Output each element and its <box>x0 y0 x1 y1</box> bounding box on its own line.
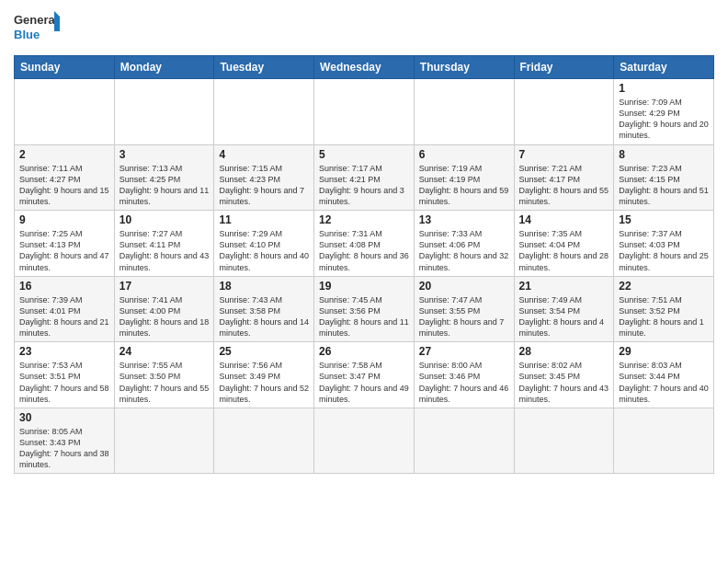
page: General Blue SundayMondayTuesdayWednesda… <box>0 0 728 563</box>
calendar-cell: 3Sunrise: 7:13 AM Sunset: 4:25 PM Daylig… <box>114 144 214 211</box>
calendar-cell <box>114 408 214 474</box>
day-number: 25 <box>219 345 309 358</box>
day-info: Sunrise: 7:21 AM Sunset: 4:17 PM Dayligh… <box>519 163 609 208</box>
day-number: 10 <box>119 213 210 226</box>
day-number: 12 <box>319 213 409 226</box>
calendar-cell: 2Sunrise: 7:11 AM Sunset: 4:27 PM Daylig… <box>15 144 115 211</box>
day-info: Sunrise: 7:53 AM Sunset: 3:51 PM Dayligh… <box>19 360 109 405</box>
calendar-cell: 29Sunrise: 8:03 AM Sunset: 3:44 PM Dayli… <box>614 342 714 408</box>
day-info: Sunrise: 8:02 AM Sunset: 3:45 PM Dayligh… <box>519 360 609 405</box>
header: General Blue <box>14 9 714 48</box>
day-info: Sunrise: 7:43 AM Sunset: 3:58 PM Dayligh… <box>219 294 309 339</box>
svg-rect-3 <box>54 17 60 31</box>
day-number: 7 <box>519 148 609 161</box>
day-number: 16 <box>19 280 109 293</box>
calendar-week-row: 2Sunrise: 7:11 AM Sunset: 4:27 PM Daylig… <box>15 144 714 211</box>
svg-text:General: General <box>14 13 58 27</box>
day-number: 27 <box>419 345 509 358</box>
weekday-header-wednesday: Wednesday <box>314 56 415 79</box>
day-info: Sunrise: 7:23 AM Sunset: 4:15 PM Dayligh… <box>619 163 709 208</box>
calendar-cell: 4Sunrise: 7:15 AM Sunset: 4:23 PM Daylig… <box>214 144 314 211</box>
weekday-header-sunday: Sunday <box>15 56 115 79</box>
calendar-cell: 11Sunrise: 7:29 AM Sunset: 4:10 PM Dayli… <box>214 211 314 277</box>
day-info: Sunrise: 7:55 AM Sunset: 3:50 PM Dayligh… <box>119 360 210 405</box>
day-info: Sunrise: 8:00 AM Sunset: 3:46 PM Dayligh… <box>419 360 509 405</box>
logo: General Blue <box>14 9 60 48</box>
svg-marker-2 <box>54 11 60 17</box>
day-number: 1 <box>619 82 709 95</box>
day-number: 24 <box>119 345 210 358</box>
day-number: 15 <box>619 213 709 226</box>
day-number: 28 <box>519 345 609 358</box>
weekday-header-thursday: Thursday <box>414 56 514 79</box>
day-number: 21 <box>519 280 609 293</box>
day-info: Sunrise: 7:56 AM Sunset: 3:49 PM Dayligh… <box>219 360 309 405</box>
logo-svg: General Blue <box>14 9 60 48</box>
calendar-cell: 18Sunrise: 7:43 AM Sunset: 3:58 PM Dayli… <box>214 276 314 342</box>
calendar-cell: 10Sunrise: 7:27 AM Sunset: 4:11 PM Dayli… <box>114 211 214 277</box>
day-info: Sunrise: 7:17 AM Sunset: 4:21 PM Dayligh… <box>319 163 409 208</box>
calendar-cell: 16Sunrise: 7:39 AM Sunset: 4:01 PM Dayli… <box>15 276 115 342</box>
day-info: Sunrise: 7:27 AM Sunset: 4:11 PM Dayligh… <box>119 228 210 273</box>
calendar-cell <box>15 79 115 145</box>
day-info: Sunrise: 7:15 AM Sunset: 4:23 PM Dayligh… <box>219 163 309 208</box>
calendar-cell: 14Sunrise: 7:35 AM Sunset: 4:04 PM Dayli… <box>514 211 614 277</box>
calendar-cell <box>314 408 415 474</box>
day-info: Sunrise: 7:13 AM Sunset: 4:25 PM Dayligh… <box>119 163 210 208</box>
calendar-week-row: 9Sunrise: 7:25 AM Sunset: 4:13 PM Daylig… <box>15 211 714 277</box>
calendar-cell: 15Sunrise: 7:37 AM Sunset: 4:03 PM Dayli… <box>614 211 714 277</box>
calendar-cell <box>614 408 714 474</box>
calendar-week-row: 16Sunrise: 7:39 AM Sunset: 4:01 PM Dayli… <box>15 276 714 342</box>
calendar-week-row: 30Sunrise: 8:05 AM Sunset: 3:43 PM Dayli… <box>15 408 714 474</box>
calendar-week-row: 23Sunrise: 7:53 AM Sunset: 3:51 PM Dayli… <box>15 342 714 408</box>
day-number: 8 <box>619 148 709 161</box>
day-number: 18 <box>219 280 309 293</box>
calendar-cell: 25Sunrise: 7:56 AM Sunset: 3:49 PM Dayli… <box>214 342 314 408</box>
day-info: Sunrise: 7:25 AM Sunset: 4:13 PM Dayligh… <box>19 228 109 273</box>
calendar-cell: 21Sunrise: 7:49 AM Sunset: 3:54 PM Dayli… <box>514 276 614 342</box>
day-info: Sunrise: 7:51 AM Sunset: 3:52 PM Dayligh… <box>619 294 709 339</box>
day-number: 26 <box>319 345 409 358</box>
calendar-cell <box>214 408 314 474</box>
day-number: 13 <box>419 213 509 226</box>
calendar-cell: 6Sunrise: 7:19 AM Sunset: 4:19 PM Daylig… <box>414 144 514 211</box>
svg-text:Blue: Blue <box>14 28 40 41</box>
calendar-cell: 19Sunrise: 7:45 AM Sunset: 3:56 PM Dayli… <box>314 276 415 342</box>
calendar-cell: 27Sunrise: 8:00 AM Sunset: 3:46 PM Dayli… <box>414 342 514 408</box>
calendar-cell: 26Sunrise: 7:58 AM Sunset: 3:47 PM Dayli… <box>314 342 415 408</box>
day-number: 29 <box>619 345 709 358</box>
day-info: Sunrise: 8:05 AM Sunset: 3:43 PM Dayligh… <box>19 426 109 471</box>
day-number: 2 <box>19 148 109 161</box>
day-info: Sunrise: 7:29 AM Sunset: 4:10 PM Dayligh… <box>219 228 309 273</box>
day-number: 17 <box>119 280 210 293</box>
day-number: 30 <box>19 411 109 424</box>
calendar-cell <box>414 408 514 474</box>
day-number: 20 <box>419 280 509 293</box>
calendar-cell <box>114 79 214 145</box>
day-info: Sunrise: 7:11 AM Sunset: 4:27 PM Dayligh… <box>19 163 109 208</box>
calendar-cell: 22Sunrise: 7:51 AM Sunset: 3:52 PM Dayli… <box>614 276 714 342</box>
calendar-cell <box>214 79 314 145</box>
day-number: 9 <box>19 213 109 226</box>
calendar-cell <box>514 408 614 474</box>
day-info: Sunrise: 8:03 AM Sunset: 3:44 PM Dayligh… <box>619 360 709 405</box>
calendar-cell: 24Sunrise: 7:55 AM Sunset: 3:50 PM Dayli… <box>114 342 214 408</box>
day-number: 19 <box>319 280 409 293</box>
day-info: Sunrise: 7:49 AM Sunset: 3:54 PM Dayligh… <box>519 294 609 339</box>
day-number: 22 <box>619 280 709 293</box>
day-info: Sunrise: 7:31 AM Sunset: 4:08 PM Dayligh… <box>319 228 409 273</box>
calendar-table: SundayMondayTuesdayWednesdayThursdayFrid… <box>14 55 714 474</box>
calendar-cell: 12Sunrise: 7:31 AM Sunset: 4:08 PM Dayli… <box>314 211 415 277</box>
weekday-header-friday: Friday <box>514 56 614 79</box>
day-number: 5 <box>319 148 409 161</box>
calendar-cell: 30Sunrise: 8:05 AM Sunset: 3:43 PM Dayli… <box>15 408 115 474</box>
calendar-cell: 23Sunrise: 7:53 AM Sunset: 3:51 PM Dayli… <box>15 342 115 408</box>
calendar-cell: 20Sunrise: 7:47 AM Sunset: 3:55 PM Dayli… <box>414 276 514 342</box>
day-info: Sunrise: 7:35 AM Sunset: 4:04 PM Dayligh… <box>519 228 609 273</box>
weekday-header-tuesday: Tuesday <box>214 56 314 79</box>
calendar-cell: 1Sunrise: 7:09 AM Sunset: 4:29 PM Daylig… <box>614 79 714 145</box>
day-info: Sunrise: 7:37 AM Sunset: 4:03 PM Dayligh… <box>619 228 709 273</box>
weekday-header-monday: Monday <box>114 56 214 79</box>
calendar-week-row: 1Sunrise: 7:09 AM Sunset: 4:29 PM Daylig… <box>15 79 714 145</box>
calendar-cell: 13Sunrise: 7:33 AM Sunset: 4:06 PM Dayli… <box>414 211 514 277</box>
